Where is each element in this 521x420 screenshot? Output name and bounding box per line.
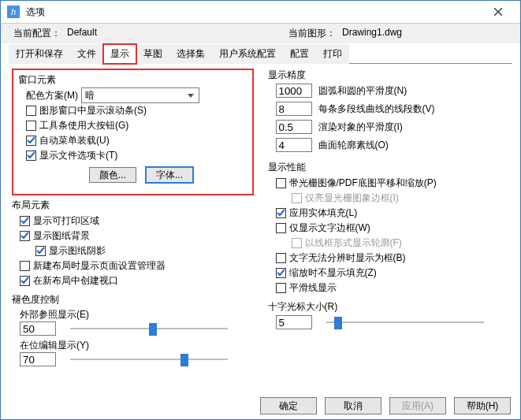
xref-slider[interactable] xyxy=(70,322,228,336)
tab-user-sys[interactable]: 用户系统配置 xyxy=(212,44,283,64)
render-label: 渲染对象的平滑度(I) xyxy=(318,121,403,134)
surface-input[interactable] xyxy=(276,138,312,152)
render-input[interactable] xyxy=(276,120,312,134)
dialog-buttons: 确定 取消 应用(A) 帮助(H) xyxy=(260,397,511,414)
chk-file-tabs[interactable] xyxy=(26,151,36,161)
group-crosshair: 十字光标大小(R) xyxy=(268,300,510,329)
lbl-raster: 带光栅图像/PDF底图平移和缩放(P) xyxy=(289,177,437,190)
current-config-value: Default xyxy=(67,27,185,40)
current-drawing-value: Drawing1.dwg xyxy=(342,27,460,40)
arc-label: 圆弧和圆的平滑度(N) xyxy=(318,84,407,98)
chk-auto-menu[interactable] xyxy=(26,136,36,146)
chk-highlight xyxy=(292,193,302,203)
group-title: 布局元素 xyxy=(12,199,254,212)
dialog-body: 窗口元素 配色方案(M) 暗 图形窗口中显示滚动条(S) 工具条使用大按钮(G)… xyxy=(1,64,520,388)
tab-selection[interactable]: 选择集 xyxy=(169,44,212,64)
apply-button[interactable]: 应用(A) xyxy=(389,397,446,414)
chk-wireframe xyxy=(292,238,302,248)
inplace-input[interactable] xyxy=(20,352,56,366)
xref-label: 外部参照显示(E) xyxy=(20,308,254,322)
group-title: 褪色度控制 xyxy=(12,293,254,307)
group-precision: 显示精度 圆弧和圆的平滑度(N) 每条多段线曲线的线段数(V) 渲染对象的平滑度… xyxy=(268,69,510,156)
lbl-anti-alias: 平滑线显示 xyxy=(289,281,337,295)
lbl-big-buttons: 工具条使用大按钮(G) xyxy=(39,119,128,132)
lbl-new-layout: 新建布局时显示页面设置管理器 xyxy=(33,259,166,273)
chk-scrollbars[interactable] xyxy=(26,106,36,116)
tab-display[interactable]: 显示 xyxy=(103,44,136,64)
highlight-box: 窗口元素 配色方案(M) 暗 图形窗口中显示滚动条(S) 工具条使用大按钮(G)… xyxy=(12,69,254,195)
lbl-zoom-fill: 缩放时不显示填充(Z) xyxy=(289,266,377,280)
lbl-solid-fill: 应用实体填充(L) xyxy=(289,206,358,220)
lbl-highlight: 仅亮显光栅图象边框(I) xyxy=(305,191,399,205)
lbl-file-tabs: 显示文件选项卡(T) xyxy=(39,149,117,162)
tab-bar: 打开和保存 文件 显示 草图 选择集 用户系统配置 配置 打印 xyxy=(9,43,512,64)
tab-draft[interactable]: 草图 xyxy=(136,44,169,64)
ok-button[interactable]: 确定 xyxy=(260,397,317,414)
chk-text-frame[interactable] xyxy=(276,223,286,233)
chk-paper-shadow[interactable] xyxy=(35,246,46,256)
group-title: 显示精度 xyxy=(268,69,510,82)
lbl-auto-menu: 自动菜单装载(U) xyxy=(39,134,110,147)
group-window-elements: 窗口元素 配色方案(M) 暗 图形窗口中显示滚动条(S) 工具条使用大按钮(G)… xyxy=(18,73,247,183)
tab-config[interactable]: 配置 xyxy=(283,44,316,64)
dialog-title: 选项 xyxy=(26,6,482,19)
arc-input[interactable] xyxy=(276,84,312,98)
info-line: 当前配置： Default 当前图形： Drawing1.dwg xyxy=(1,24,520,43)
options-dialog: h 选项 当前配置： Default 当前图形： Drawing1.dwg 打开… xyxy=(0,0,521,420)
polyline-label: 每条多段线曲线的线段数(V) xyxy=(318,102,435,116)
chk-raster[interactable] xyxy=(276,178,286,188)
group-title: 窗口元素 xyxy=(18,73,247,87)
lbl-unresolve: 文字无法分辨时显示为框(B) xyxy=(289,251,406,265)
chk-new-layout[interactable] xyxy=(20,261,30,271)
group-title: 十字光标大小(R) xyxy=(268,300,510,314)
current-config-label: 当前配置： xyxy=(13,27,61,40)
crosshair-slider[interactable] xyxy=(326,315,484,329)
group-layout-elements: 布局元素 显示可打印区域 显示图纸背景 显示图纸阴影 新建布局时显示页面设置管理… xyxy=(12,199,254,288)
titlebar: h 选项 xyxy=(1,1,520,24)
left-column: 窗口元素 配色方案(M) 暗 图形窗口中显示滚动条(S) 工具条使用大按钮(G)… xyxy=(12,69,254,387)
chk-unresolve[interactable] xyxy=(276,253,286,263)
lbl-paper-shadow: 显示图纸阴影 xyxy=(49,244,106,258)
chk-big-buttons[interactable] xyxy=(26,121,36,131)
group-performance: 显示性能 带光栅图像/PDF底图平移和缩放(P) 仅亮显光栅图象边框(I) 应用… xyxy=(268,161,510,295)
app-icon: h xyxy=(7,6,20,18)
tab-print[interactable]: 打印 xyxy=(316,44,349,64)
color-scheme-label: 配色方案(M) xyxy=(26,89,78,102)
lbl-scrollbars: 图形窗口中显示滚动条(S) xyxy=(39,104,147,117)
current-drawing-label: 当前图形： xyxy=(288,27,336,40)
lbl-viewport: 在新布局中创建视口 xyxy=(33,274,118,288)
font-button[interactable]: 字体... xyxy=(146,167,193,183)
xref-input[interactable] xyxy=(20,322,56,336)
help-button[interactable]: 帮助(H) xyxy=(454,397,511,414)
color-button[interactable]: 颜色... xyxy=(89,167,136,183)
group-fade-control: 褪色度控制 外部参照显示(E) 在位编辑显示(Y) xyxy=(12,293,254,366)
tab-open-save[interactable]: 打开和保存 xyxy=(9,44,70,64)
cancel-button[interactable]: 取消 xyxy=(325,397,381,414)
lbl-wireframe: 以线框形式显示轮廓(F) xyxy=(305,236,402,250)
tab-file[interactable]: 文件 xyxy=(70,44,103,64)
chk-zoom-fill[interactable] xyxy=(276,268,286,278)
lbl-printable: 显示可打印区域 xyxy=(33,214,99,228)
close-icon xyxy=(494,8,502,16)
inplace-slider[interactable] xyxy=(70,352,228,366)
chk-anti-alias[interactable] xyxy=(276,283,286,293)
inplace-label: 在位编辑显示(Y) xyxy=(20,339,254,352)
crosshair-input[interactable] xyxy=(276,315,312,329)
color-scheme-value: 暗 xyxy=(85,89,95,102)
close-button[interactable] xyxy=(482,1,514,23)
chk-paper-bg[interactable] xyxy=(20,231,30,241)
chevron-down-icon xyxy=(184,89,197,102)
group-title: 显示性能 xyxy=(268,161,510,174)
surface-label: 曲面轮廓素线(O) xyxy=(318,139,389,152)
lbl-text-frame: 仅显示文字边框(W) xyxy=(289,221,370,235)
chk-printable[interactable] xyxy=(20,216,30,226)
right-column: 显示精度 圆弧和圆的平滑度(N) 每条多段线曲线的线段数(V) 渲染对象的平滑度… xyxy=(268,69,510,387)
svg-marker-2 xyxy=(188,94,194,98)
polyline-input[interactable] xyxy=(276,102,312,116)
chk-viewport[interactable] xyxy=(20,276,30,286)
lbl-paper-bg: 显示图纸背景 xyxy=(33,229,90,243)
chk-solid-fill[interactable] xyxy=(276,208,286,218)
color-scheme-select[interactable]: 暗 xyxy=(81,87,199,103)
